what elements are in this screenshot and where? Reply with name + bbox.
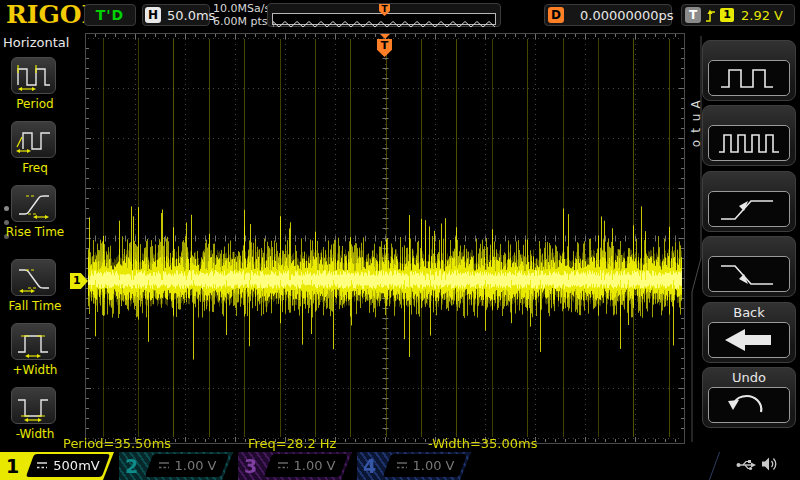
channel4-status[interactable]: 4 1.00 V [357, 452, 471, 480]
acquisition-info: 10.0MSa/s 6.00M pts [213, 2, 270, 28]
menu-item-period[interactable] [11, 57, 56, 94]
statusbar-divider [709, 452, 730, 480]
delay-box: D 0.00000000ps [544, 4, 672, 26]
menu-item-rise-time[interactable] [11, 185, 56, 222]
rising-edge-trigger-icon [705, 8, 716, 23]
menu-item-minus-width-label: -Width [0, 427, 70, 441]
softkey-back[interactable]: Back [702, 302, 796, 363]
fall-time-icon [14, 261, 54, 295]
freq-icon [14, 123, 54, 157]
channel4-scale-box: 1.00 V [383, 454, 467, 477]
channel2-status[interactable]: 2 1.00 V [119, 452, 233, 480]
trigger-settings-box: T 1 2.92 V [681, 4, 795, 26]
trigger-status-box: T'D [84, 4, 136, 26]
falling-edge-icon [709, 258, 789, 290]
menu-item-plus-width-label: +Width [0, 363, 70, 377]
menu-item-rise-time-label: Rise Time [0, 225, 70, 239]
minus-width-icon [14, 389, 54, 423]
channel4-scale: 1.00 V [413, 458, 455, 473]
waveform-display [85, 33, 685, 444]
delay-value: 0.00000000ps [580, 8, 674, 23]
trigger-position-arrow-icon [380, 34, 390, 39]
softkey-menu: Auto [686, 30, 800, 450]
menu-item-plus-width[interactable] [11, 323, 56, 360]
channel2-number: 2 [125, 455, 138, 477]
measurement-neg-width: -Width=35.00ms [428, 436, 537, 451]
delay-badge: D [548, 7, 564, 23]
measurement-freq: Freq=28.2 Hz [248, 436, 336, 451]
channel3-status[interactable]: 3 1.00 V [238, 452, 352, 480]
oscilloscope-screen: RIGOL T'D H 50.0ms 10.0MSa/s 6.00M pts T… [0, 0, 800, 480]
channel1-scale: 500mV [53, 458, 99, 473]
softkey-rising-edge[interactable] [702, 171, 796, 232]
square-wave-single-icon [709, 62, 789, 94]
channel3-scale-box: 1.00 V [264, 454, 348, 477]
softkey-falling-edge[interactable] [702, 236, 796, 297]
softkey-square-single[interactable] [702, 40, 796, 101]
page-dot [4, 206, 9, 211]
timebase-box: H 50.0ms [142, 4, 210, 26]
usb-icon [735, 458, 757, 472]
coupling-icon [396, 461, 408, 470]
measurement-period: Period=35.50ms [63, 436, 171, 451]
channel1-number: 1 [6, 455, 19, 477]
menu-title: Horizontal [3, 35, 69, 50]
coupling-icon [158, 461, 170, 470]
rise-time-icon [14, 187, 54, 221]
memory-depth: 6.00M pts [213, 15, 270, 28]
channel2-scale: 1.00 V [175, 458, 217, 473]
waveform-overview-trace [273, 19, 495, 29]
softkey-undo[interactable]: Undo [702, 367, 796, 428]
trigger-badge: T [685, 7, 701, 23]
beeper-icon [760, 455, 778, 473]
menu-item-fall-time[interactable] [11, 259, 56, 296]
coupling-icon [36, 461, 48, 470]
period-icon [14, 59, 54, 93]
menu-item-fall-time-label: Fall Time [0, 299, 70, 313]
channel1-status[interactable]: 1 500mV [0, 452, 114, 480]
channel3-scale: 1.00 V [294, 458, 336, 473]
waveform-overview-box: T [267, 3, 501, 27]
menu-item-period-label: Period [0, 97, 70, 111]
trigger-status-text: T'D [96, 7, 124, 23]
channel4-number: 4 [363, 455, 376, 477]
sample-rate: 10.0MSa/s [213, 2, 270, 15]
menu-item-freq-label: Freq [0, 161, 70, 175]
timebase-value: 50.0ms [167, 8, 215, 23]
channel2-scale-box: 1.00 V [145, 454, 229, 477]
horizontal-badge: H [145, 7, 161, 23]
channel3-number: 3 [244, 455, 257, 477]
menu-item-freq[interactable] [11, 121, 56, 158]
coupling-icon [277, 461, 289, 470]
undo-arrow-icon [709, 389, 789, 421]
trigger-level-value: 2.92 V [741, 8, 783, 23]
rising-edge-icon [709, 193, 789, 225]
channel1-scale-box: 500mV [26, 454, 110, 477]
plus-width-icon [14, 325, 54, 359]
trigger-source-badge: 1 [720, 8, 734, 22]
softkey-square-multi[interactable] [702, 105, 796, 166]
menu-item-minus-width[interactable] [11, 387, 56, 424]
square-wave-multi-icon [709, 127, 789, 159]
back-arrow-icon [709, 324, 789, 356]
